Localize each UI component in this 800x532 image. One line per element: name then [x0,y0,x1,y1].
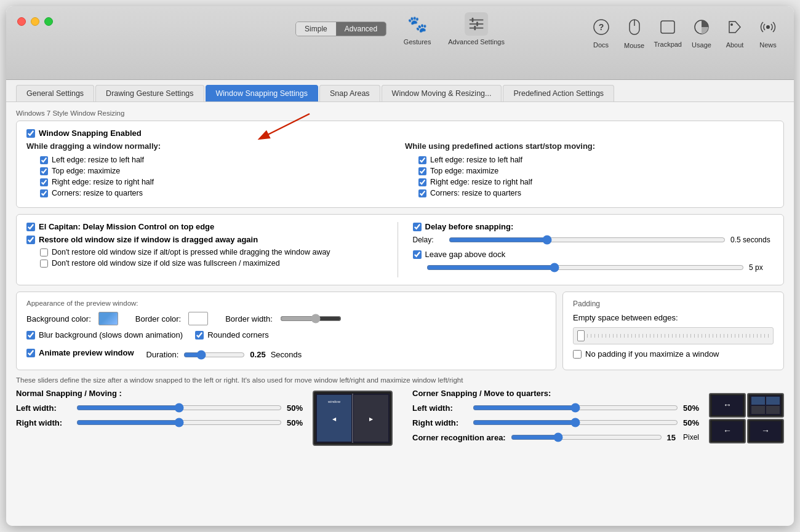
usage-button[interactable]: Usage [688,19,715,49]
animate-row: Animate preview window Duration: 0.25 Se… [26,348,546,361]
dont-restore-cb-2[interactable] [40,260,48,268]
docs-button[interactable]: ? Docs [588,19,615,49]
color-row: Background color: Border color: Border w… [26,312,546,325]
elcapitan-cb[interactable] [26,223,35,231]
maximize-button[interactable] [44,17,53,26]
corner-recognition-label: Corner recognition area: [412,433,506,442]
normal-snapping-col: Normal Snapping / Moving : Left width: 5… [16,389,303,447]
top-edge-cb-1[interactable] [40,167,48,175]
simple-mode-button[interactable]: Simple [296,22,336,36]
gestures-button[interactable]: 🐾 Gestures [399,12,436,46]
right-edge-cb-1[interactable] [40,178,48,186]
right-edge-option-2: Right edge: resize to right half [418,178,774,186]
news-button[interactable]: News [754,19,782,49]
left-edge-option-2: Left edge: resize to left half [418,156,774,164]
blur-bg-cb[interactable] [26,331,35,339]
left-edge-cb-1[interactable] [40,156,48,164]
snapping-width-row: Normal Snapping / Moving : Left width: 5… [16,389,784,447]
rounded-corners-label: Rounded corners [207,330,269,339]
restore-cb[interactable] [26,236,35,244]
mouse-label: Mouse [624,42,644,49]
right-width-label: Right width: [16,418,71,427]
tab-window-moving[interactable]: Window Moving & Resizing... [382,85,502,101]
while-dragging-label: While dragging a window normally: [26,141,395,151]
border-width-slider[interactable] [280,314,342,324]
animate-cb[interactable] [26,349,35,357]
window-snapping-checkbox[interactable] [26,129,35,138]
leave-gap-value: 5 px [749,263,774,272]
svg-text:▶: ▶ [369,416,374,422]
dont-restore-cb-1[interactable] [40,248,48,256]
corner-snapping-preview: ↔ [709,393,784,443]
restore-label: Restore old window size if window is dra… [39,235,258,244]
duration-slider[interactable] [183,350,245,360]
svg-point-13 [730,23,733,26]
svg-rect-5 [474,26,476,31]
left-edge-cb-2[interactable] [418,156,426,164]
delay-value: 0.5 seconds [730,236,774,244]
delay-label: Delay: [413,236,444,244]
rounded-corners-option: Rounded corners [195,330,269,339]
corners-cb-1[interactable] [40,189,48,197]
right-width-value: 50% [287,418,303,427]
tab-predefined[interactable]: Predefined Action Settings [503,85,614,101]
corner-preview-container: ↔ [709,389,784,447]
tab-general[interactable]: General Settings [16,85,94,101]
blur-rounded-row: Blur background (slows down animation) R… [26,330,546,343]
advanced-mode-button[interactable]: Advanced [336,22,386,36]
corner-left-width-label: Left width: [412,403,468,413]
snapping-options-two-col: While dragging a window normally: Left e… [26,141,774,200]
right-edge-cb-2[interactable] [418,178,426,186]
corner-right-width-row: Right width: 50% [412,418,699,427]
svg-rect-28 [751,406,765,414]
tab-drawing[interactable]: Drawing Gesture Settings [95,85,204,101]
delay-slider[interactable] [449,235,726,245]
minimize-button[interactable] [31,17,39,26]
tab-snap-areas[interactable]: Snap Areas [319,85,380,101]
leave-gap-cb[interactable] [413,250,422,259]
padding-ruler [573,327,774,344]
dragging-section: While dragging a window normally: Left e… [26,141,774,200]
delay-snapping-cb[interactable] [413,223,422,231]
trackpad-icon [660,20,676,38]
close-button[interactable] [17,17,26,26]
tab-window-snapping[interactable]: Window Snapping Settings [206,85,318,101]
svg-rect-27 [766,397,780,405]
rounded-corners-cb[interactable] [195,331,204,339]
corner-preview-tr [747,393,784,418]
border-width-label: Border width: [225,314,273,324]
corners-cb-2[interactable] [418,189,426,197]
normal-snapping-preview: ◀ ▶ window [313,391,393,446]
leave-gap-label: Leave gap above dock [425,250,506,259]
trackpad-button[interactable]: Trackpad [654,20,682,48]
sliders-icon [465,12,488,36]
leave-gap-slider[interactable] [426,263,745,272]
svg-rect-4 [476,22,478,26]
left-edge-option-1: Left edge: resize to left half [40,156,395,164]
restore-option: Restore old window size if window is dra… [26,235,388,244]
no-padding-cb[interactable] [573,350,582,359]
padding-thumb[interactable] [577,330,585,341]
news-label: News [759,41,777,49]
border-color-label: Border color: [135,314,181,324]
mouse-button[interactable]: Mouse [621,18,648,49]
right-width-slider[interactable] [76,418,282,427]
corner-left-width-row: Left width: 50% [412,403,699,413]
advanced-settings-button[interactable]: Advanced Settings [448,12,505,46]
empty-space-label: Empty space between edges: [573,313,774,322]
bg-color-swatch[interactable] [98,312,118,325]
about-button[interactable]: About [721,19,748,49]
corner-recognition-slider[interactable] [511,432,662,442]
left-width-slider[interactable] [76,403,282,413]
corner-right-width-slider[interactable] [473,418,678,427]
animate-option: Animate preview window [26,348,134,357]
border-color-swatch[interactable] [188,312,208,325]
delay-snapping-label: Delay before snapping: [425,222,514,231]
svg-text:?: ? [598,22,604,32]
corner-left-width-slider[interactable] [473,403,678,413]
duration-value: 0.25 [250,350,265,359]
delay-snapping-row: Delay before snapping: [413,222,774,231]
top-edge-cb-2[interactable] [418,167,426,175]
blur-bg-option: Blur background (slows down animation) [26,330,183,339]
top-edge-option-2: Top edge: maximize [418,167,774,175]
